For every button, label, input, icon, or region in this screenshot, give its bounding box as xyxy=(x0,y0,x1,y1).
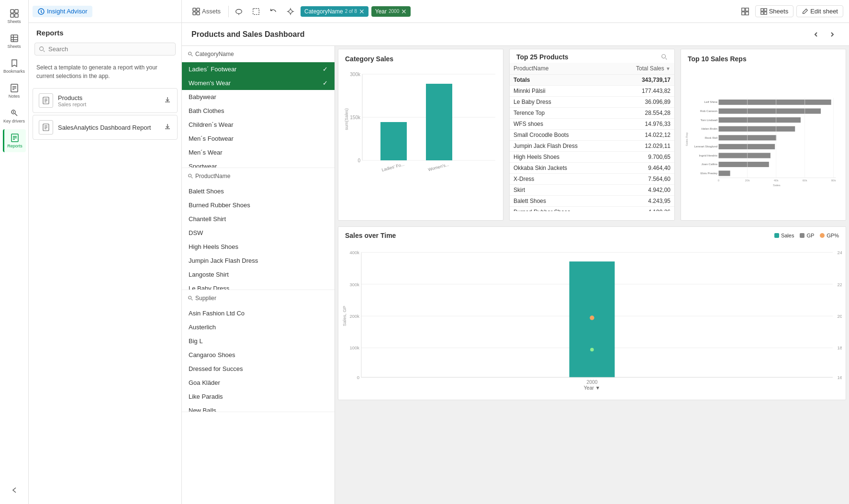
legend-sales: Sales xyxy=(774,233,794,238)
sheets-btn[interactable]: Sheets xyxy=(755,5,793,17)
filter-balett-shoes[interactable]: Balett Shoes xyxy=(182,184,335,198)
filter-childrens-wear[interactable]: Children´s Wear xyxy=(182,118,335,132)
svg-rect-56 xyxy=(380,122,407,160)
filter-chantell-shirt[interactable]: Chantell Shirt xyxy=(182,212,335,226)
svg-rect-78 xyxy=(719,153,771,158)
sidebar-item-assets[interactable]: Sheets xyxy=(3,5,26,28)
category-filter-chip[interactable]: CategoryName 2 of 8 ✕ xyxy=(301,6,369,17)
search-box[interactable] xyxy=(34,43,176,56)
filter-ladies-footwear[interactable]: Ladies´ Footwear xyxy=(182,62,335,76)
filters-panel: CategoryName Ladies´ Footwear Women's We… xyxy=(182,46,335,504)
svg-text:GP%: GP% xyxy=(841,311,842,322)
next-btn[interactable] xyxy=(825,27,839,42)
filter-goa[interactable]: Goa Kläder xyxy=(182,376,335,390)
products-report-item[interactable]: Products Sales report xyxy=(33,88,178,113)
top25-card: Top 25 Products ProductName xyxy=(509,49,675,221)
svg-text:20k: 20k xyxy=(745,179,750,182)
svg-text:300k: 300k xyxy=(350,72,361,77)
top25-header-row: Top 25 Products xyxy=(510,49,674,63)
svg-text:24.0%: 24.0% xyxy=(838,250,842,255)
assets-tab[interactable]: Assets xyxy=(188,6,225,17)
sheets-label: Sheets xyxy=(769,8,788,15)
filter-like-paradis[interactable]: Like Paradis xyxy=(182,390,335,403)
filter-dsw[interactable]: DSW xyxy=(182,226,335,240)
svg-point-111 xyxy=(590,348,594,352)
crosshair-icon-btn[interactable] xyxy=(283,4,298,19)
legend-gp-label: GP xyxy=(806,233,814,238)
left-sidebar: Sheets Sheets Bookmarks xyxy=(0,0,29,504)
search-input[interactable] xyxy=(48,45,171,53)
svg-rect-45 xyxy=(764,11,767,14)
year-filter-close[interactable]: ✕ xyxy=(401,8,407,15)
download-icon-2[interactable] xyxy=(164,123,171,132)
filter-babywear[interactable]: Babywear xyxy=(182,90,335,104)
sidebar-item-key-drivers[interactable]: Key drivers xyxy=(3,104,26,127)
filter-asin[interactable]: Asin Fashion Ltd Co xyxy=(182,306,335,320)
filter-langoste[interactable]: Langoste Shirt xyxy=(182,268,335,281)
svg-point-31 xyxy=(236,9,242,13)
table-row: WFS shoes14.976,33 xyxy=(510,119,674,130)
svg-text:Sales, GP: Sales, GP xyxy=(342,306,347,326)
filter-dressed[interactable]: Dressed for Succes xyxy=(182,362,335,376)
table-row: Burned Rubber Shoes4.199,26 xyxy=(510,207,674,212)
filter-big-l[interactable]: Big L xyxy=(182,334,335,348)
filter-new-balls[interactable]: New Balls xyxy=(182,403,335,412)
filter-jumpin-jack[interactable]: Jumpin Jack Flash Dress xyxy=(182,254,335,268)
filter-le-baby-dress[interactable]: Le Baby Dress xyxy=(182,281,335,290)
svg-text:40k: 40k xyxy=(774,179,779,182)
table-row: Le Baby Dress36.096,89 xyxy=(510,97,674,108)
sidebar-item-key-drivers-label: Key drivers xyxy=(3,119,25,123)
report-info-2: SalesAnalytics Dashboard Report xyxy=(58,124,159,131)
svg-text:80k: 80k xyxy=(831,179,837,182)
panel-topbar: Insight Advisor xyxy=(29,0,181,23)
sidebar-item-reports[interactable]: Reports xyxy=(3,129,26,152)
svg-point-46 xyxy=(189,52,191,55)
sales-analytics-report-item[interactable]: SalesAnalytics Dashboard Report xyxy=(33,115,178,140)
filter-bath-clothes[interactable]: Bath Clothes xyxy=(182,104,335,118)
category-sales-card: Category Sales 300k 150k 0 xyxy=(338,49,503,221)
sidebar-collapse-btn[interactable] xyxy=(10,485,19,496)
prev-btn[interactable] xyxy=(809,27,823,42)
filter-high-heels[interactable]: High Heels Shoes xyxy=(182,240,335,254)
sales-time-title: Sales over Time xyxy=(345,232,396,239)
svg-text:Year ▼: Year ▼ xyxy=(584,385,600,391)
table-row: Minnki Pälsii177.443,82 xyxy=(510,86,674,97)
nav-arrows xyxy=(809,27,839,42)
dashboard-body: CategoryName Ladies´ Footwear Women's We… xyxy=(182,46,849,504)
filter-womens-wear[interactable]: Women's Wear xyxy=(182,76,335,90)
product-filter-section: ProductName Balett Shoes Burned Rubber S… xyxy=(182,168,335,290)
filter-sportwear[interactable]: Sportwear xyxy=(182,159,335,168)
dashboard-header: Products and Sales Dashboard xyxy=(182,23,849,46)
filter-austerlich[interactable]: Austerlich xyxy=(182,320,335,334)
grid-view-btn[interactable] xyxy=(738,4,752,19)
filter-mens-wear[interactable]: Men´s Wear xyxy=(182,146,335,159)
sidebar-item-bookmarks[interactable]: Bookmarks xyxy=(3,55,26,78)
edit-sheet-btn[interactable]: Edit sheet xyxy=(796,5,843,17)
category-filter-close[interactable]: ✕ xyxy=(359,8,365,15)
top25-scroll[interactable]: ProductName Total Sales ▼ xyxy=(510,63,674,211)
sidebar-item-sheets[interactable]: Sheets xyxy=(3,30,26,53)
svg-rect-44 xyxy=(761,11,763,14)
svg-text:sum(Sales): sum(Sales) xyxy=(344,108,349,130)
sidebar-item-sheets-label: Sheets xyxy=(7,44,21,49)
report-name-2: SalesAnalytics Dashboard Report xyxy=(58,124,159,131)
filter-burned-rubber[interactable]: Burned Rubber Shoes xyxy=(182,198,335,212)
insight-advisor-label: Insight Advisor xyxy=(47,8,88,15)
lasso-icon-btn[interactable] xyxy=(232,4,246,19)
filter-mens-footwear[interactable]: Men´s Footwear xyxy=(182,132,335,146)
svg-text:150k: 150k xyxy=(350,115,361,120)
main-topbar: Assets xyxy=(182,0,849,23)
svg-rect-29 xyxy=(193,12,196,15)
sidebar-item-notes[interactable]: Notes xyxy=(3,79,26,102)
undo-icon-btn[interactable] xyxy=(266,4,280,19)
svg-text:Sales Rep: Sales Rep xyxy=(685,132,688,146)
col-sales[interactable]: Total Sales ▼ xyxy=(614,63,674,75)
totals-value: 343,739,17 xyxy=(614,75,674,86)
svg-rect-57 xyxy=(426,84,452,160)
insight-advisor-tab[interactable]: Insight Advisor xyxy=(33,6,92,17)
category-filter-header: CategoryName xyxy=(182,46,335,62)
download-icon[interactable] xyxy=(164,96,171,105)
filter-cangaroo[interactable]: Cangaroo Shoes xyxy=(182,348,335,362)
select-icon-btn[interactable] xyxy=(249,4,263,19)
year-filter-chip[interactable]: Year 2000 ✕ xyxy=(371,6,411,17)
